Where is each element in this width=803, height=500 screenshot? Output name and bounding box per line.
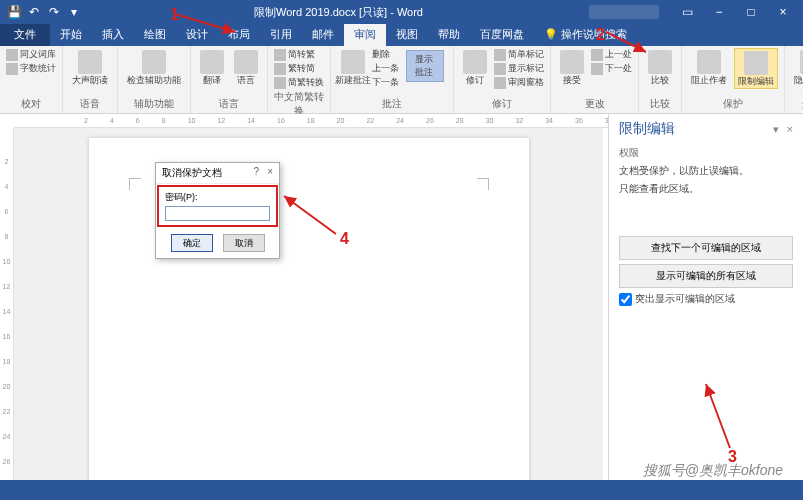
window-controls: ▭ − □ × bbox=[667, 5, 803, 19]
highlight-regions-checkbox[interactable]: 突出显示可编辑的区域 bbox=[619, 292, 793, 306]
show-comments-button[interactable]: 显示批注 bbox=[403, 48, 447, 84]
title-bar: 💾 ↶ ↷ ▾ 限制Word 2019.docx [只读] - Word ▭ −… bbox=[0, 0, 803, 24]
tab-view[interactable]: 视图 bbox=[386, 24, 428, 46]
ribbon-options-icon[interactable]: ▭ bbox=[673, 5, 701, 19]
crop-mark bbox=[129, 178, 141, 190]
redo-icon[interactable]: ↷ bbox=[46, 4, 62, 20]
thesaurus-icon bbox=[6, 49, 18, 61]
pane-close-icon[interactable]: × bbox=[787, 123, 793, 136]
tab-references[interactable]: 引用 bbox=[260, 24, 302, 46]
dialog-help-icon[interactable]: ? bbox=[254, 166, 260, 180]
markup-icon bbox=[494, 49, 506, 61]
convert-button[interactable]: 简繁转换 bbox=[274, 76, 324, 89]
markup-dropdown[interactable]: 简单标记 bbox=[494, 48, 544, 61]
next-comment-button[interactable]: 下一条 bbox=[372, 76, 399, 89]
dialog-close-icon[interactable]: × bbox=[267, 166, 273, 180]
language-button[interactable]: 语言 bbox=[231, 48, 261, 87]
group-comments: 新建批注 删除 上一条 下一条 显示批注 批注 bbox=[331, 46, 454, 113]
tell-me[interactable]: 💡 操作说明搜索 bbox=[534, 24, 637, 46]
save-icon[interactable]: 💾 bbox=[6, 4, 22, 20]
tab-design[interactable]: 设计 bbox=[176, 24, 218, 46]
translate-button[interactable]: 翻译 bbox=[197, 48, 227, 87]
tab-insert[interactable]: 插入 bbox=[92, 24, 134, 46]
language-icon bbox=[234, 50, 258, 74]
ok-button[interactable]: 确定 bbox=[171, 234, 213, 252]
group-ink: 隐藏墨迹 墨迹 bbox=[785, 46, 803, 113]
simp-to-trad-icon bbox=[274, 49, 286, 61]
group-compare: 比较 比较 bbox=[639, 46, 682, 113]
accessibility-icon bbox=[142, 50, 166, 74]
unprotect-document-dialog: 取消保护文档 ? × 密码(P): 确定 取消 bbox=[155, 162, 280, 259]
check-accessibility-button[interactable]: 检查辅助功能 bbox=[124, 48, 184, 87]
group-language: 翻译 语言 语言 bbox=[191, 46, 268, 113]
convert-icon bbox=[274, 77, 286, 89]
group-tracking: 修订 简单标记 显示标记 审阅窗格 修订 bbox=[454, 46, 551, 113]
tab-file[interactable]: 文件 bbox=[0, 24, 50, 46]
status-bar[interactable] bbox=[0, 480, 803, 500]
tab-draw[interactable]: 绘图 bbox=[134, 24, 176, 46]
password-input[interactable] bbox=[165, 206, 270, 221]
hide-ink-button[interactable]: 隐藏墨迹 bbox=[791, 48, 803, 87]
restrict-editing-pane: 限制编辑 ▾ × 权限 文档受保护，以防止误编辑。 只能查看此区域。 查找下一个… bbox=[608, 114, 803, 480]
maximize-icon[interactable]: □ bbox=[737, 5, 765, 19]
minimize-icon[interactable]: − bbox=[705, 5, 733, 19]
new-comment-icon bbox=[341, 50, 365, 74]
compare-icon bbox=[648, 50, 672, 74]
protection-message-1: 文档受保护，以防止误编辑。 bbox=[619, 164, 793, 178]
prev-change-icon bbox=[591, 49, 603, 61]
find-next-region-button[interactable]: 查找下一个可编辑的区域 bbox=[619, 236, 793, 260]
tab-help[interactable]: 帮助 bbox=[428, 24, 470, 46]
delete-comment-button[interactable]: 删除 bbox=[372, 48, 399, 61]
user-badge[interactable] bbox=[589, 5, 659, 19]
tab-review[interactable]: 审阅 bbox=[344, 24, 386, 46]
reviewing-pane-button[interactable]: 审阅窗格 bbox=[494, 76, 544, 89]
new-comment-button[interactable]: 新建批注 bbox=[337, 48, 368, 87]
pane-title: 限制编辑 bbox=[619, 120, 675, 138]
tab-baidu[interactable]: 百度网盘 bbox=[470, 24, 534, 46]
tab-home[interactable]: 开始 bbox=[50, 24, 92, 46]
next-change-icon bbox=[591, 63, 603, 75]
next-change-button[interactable]: 下一处 bbox=[591, 62, 632, 75]
trad-to-simp-icon bbox=[274, 63, 286, 75]
track-changes-icon bbox=[463, 50, 487, 74]
prev-change-button[interactable]: 上一处 bbox=[591, 48, 632, 61]
window-title: 限制Word 2019.docx [只读] - Word bbox=[88, 5, 589, 20]
track-changes-button[interactable]: 修订 bbox=[460, 48, 490, 87]
read-aloud-icon bbox=[78, 50, 102, 74]
block-authors-button[interactable]: 阻止作者 bbox=[688, 48, 730, 87]
thesaurus-button[interactable]: 同义词库 bbox=[6, 48, 56, 61]
close-icon[interactable]: × bbox=[769, 5, 797, 19]
quick-access-toolbar: 💾 ↶ ↷ ▾ bbox=[0, 4, 88, 20]
group-speech: 大声朗读 语音 bbox=[63, 46, 118, 113]
group-protect: 阻止作者 限制编辑 保护 bbox=[682, 46, 785, 113]
cancel-button[interactable]: 取消 bbox=[223, 234, 265, 252]
protection-message-2: 只能查看此区域。 bbox=[619, 182, 793, 196]
read-aloud-button[interactable]: 大声朗读 bbox=[69, 48, 111, 87]
show-markup-icon bbox=[494, 63, 506, 75]
tab-layout[interactable]: 布局 bbox=[218, 24, 260, 46]
group-accessibility: 检查辅助功能 辅助功能 bbox=[118, 46, 191, 113]
vertical-ruler[interactable]: 2468101214161820222426 bbox=[0, 128, 14, 480]
reviewing-pane-icon bbox=[494, 77, 506, 89]
word-count-button[interactable]: 字数统计 bbox=[6, 62, 56, 75]
document-area[interactable] bbox=[14, 128, 603, 480]
show-markup-button[interactable]: 显示标记 bbox=[494, 62, 544, 75]
compare-button[interactable]: 比较 bbox=[645, 48, 675, 87]
simp-to-trad-button[interactable]: 简转繁 bbox=[274, 48, 324, 61]
qat-more-icon[interactable]: ▾ bbox=[66, 4, 82, 20]
trad-to-simp-button[interactable]: 繁转简 bbox=[274, 62, 324, 75]
ribbon: 同义词库 字数统计 校对 大声朗读 语音 检查辅助功能 辅助功能 翻译 语言 语… bbox=[0, 46, 803, 114]
show-all-regions-button[interactable]: 显示可编辑的所有区域 bbox=[619, 264, 793, 288]
crop-mark bbox=[477, 178, 489, 190]
ribbon-tabs: 文件 开始 插入 绘图 设计 布局 引用 邮件 审阅 视图 帮助 百度网盘 💡 … bbox=[0, 24, 803, 46]
restrict-editing-icon bbox=[744, 51, 768, 75]
dialog-title: 取消保护文档 bbox=[162, 166, 222, 180]
tab-mailings[interactable]: 邮件 bbox=[302, 24, 344, 46]
restrict-editing-button[interactable]: 限制编辑 bbox=[734, 48, 778, 89]
password-label: 密码(P): bbox=[165, 191, 270, 204]
permissions-header: 权限 bbox=[619, 146, 793, 160]
accept-button[interactable]: 接受 bbox=[557, 48, 587, 87]
prev-comment-button[interactable]: 上一条 bbox=[372, 62, 399, 75]
undo-icon[interactable]: ↶ bbox=[26, 4, 42, 20]
pane-dropdown-icon[interactable]: ▾ bbox=[773, 123, 779, 136]
